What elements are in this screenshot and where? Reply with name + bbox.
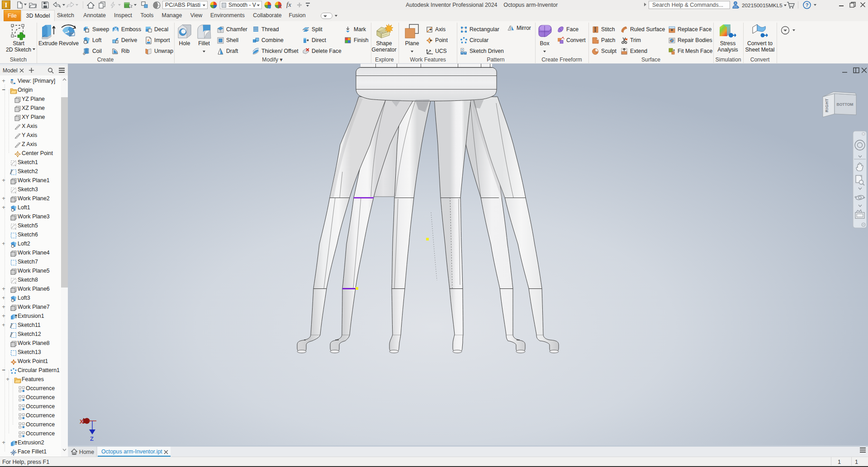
svg-text:X: X — [80, 418, 84, 425]
svg-text:BOTTOM: BOTTOM — [836, 102, 853, 107]
svg-text:?: ? — [806, 2, 809, 8]
svg-text:Z: Z — [90, 435, 94, 442]
svg-text:RIGHT: RIGHT — [825, 99, 829, 113]
